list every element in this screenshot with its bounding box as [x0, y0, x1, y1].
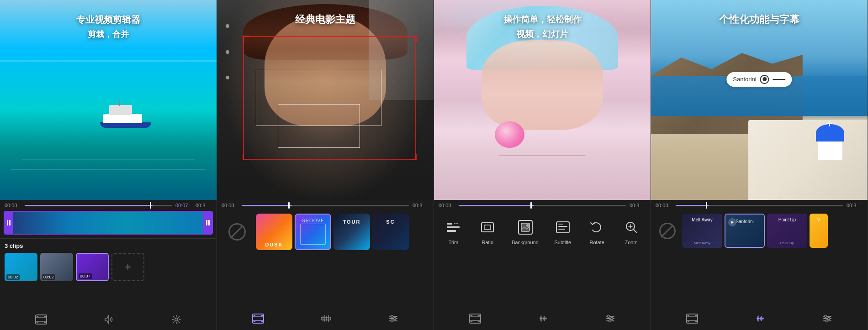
audio-icon-btn[interactable] [104, 314, 114, 326]
svg-rect-12 [253, 317, 264, 320]
panel1-image-area: 专业视频剪辑器 剪裁，合并 [0, 0, 217, 200]
panel2-timeline[interactable]: 00:00 00:8 [217, 200, 434, 211]
panel4-settings-icon [822, 314, 832, 324]
tool-trim[interactable]: Trim [443, 217, 463, 245]
panel1-timeline[interactable]: 00:00 00:07 00:8 [0, 200, 217, 211]
svg-point-60 [607, 315, 609, 318]
strip-right-handle-icon [206, 219, 210, 226]
clip-1[interactable]: 00:02 [5, 253, 37, 281]
svg-rect-66 [688, 315, 689, 316]
panel2-timeline-track[interactable] [242, 205, 409, 206]
clip-add-button[interactable]: + [111, 253, 144, 281]
panel3-audio-icon-btn[interactable] [538, 314, 548, 325]
panel1-progress [25, 205, 153, 206]
subtitle-icon [555, 219, 571, 236]
panel3-settings-icon-btn[interactable] [605, 314, 615, 325]
effect-santorini[interactable]: Santorini [725, 214, 765, 248]
panel1-title-line2: 剪裁，合并 [0, 29, 217, 40]
boat-cabin [109, 105, 132, 115]
panel3-image-area: 操作简单，轻松制作 视频，幻灯片 [434, 0, 651, 200]
panel3-film-icon-btn[interactable] [469, 314, 481, 325]
panel2-face [265, 16, 386, 126]
tool-zoom[interactable]: Zoom [621, 217, 641, 245]
panel3-time-start: 00:00 [439, 203, 455, 208]
strip-left-handle[interactable] [4, 211, 13, 234]
ratio-icon-box [477, 217, 498, 237]
clip-3[interactable]: 00:07 [76, 253, 109, 281]
santorini-label-pill: Santorini [726, 72, 792, 87]
panel3-timeline-track[interactable] [459, 205, 626, 206]
effect-partial[interactable]: V [810, 214, 828, 248]
panel3-timeline[interactable]: 00:00 00:8 [434, 200, 651, 211]
panel2-film-icon [252, 314, 264, 324]
panel1-video-strip[interactable] [4, 211, 213, 235]
strip-right-handle[interactable] [203, 211, 212, 234]
santorini-dot-inner [762, 77, 767, 81]
zoom-icon [623, 219, 640, 236]
film-icon-btn[interactable] [35, 314, 47, 326]
church-body [818, 139, 842, 160]
panel4-timeline-track[interactable] [676, 205, 843, 206]
effect-melt-away[interactable]: Melt Away Melt Away [682, 214, 722, 248]
panel3-tools-row: Trim Ratio [434, 211, 651, 249]
church-cross-h [826, 123, 832, 124]
panel1-bottom-icons [0, 311, 217, 330]
panel4-timeline[interactable]: 00:00 00:8 [651, 200, 868, 211]
clips-count-label: 3 clips [5, 242, 212, 249]
svg-rect-48 [478, 315, 480, 316]
subtitle-icon-box [553, 217, 573, 237]
effect3-label: Point Up [767, 217, 807, 222]
church-cross-v [829, 121, 830, 126]
panel3-settings-icon [605, 314, 615, 324]
panel2-controls: 00:00 00:8 DUSK GROOVE [217, 200, 434, 330]
theme-sc[interactable]: SC [372, 214, 409, 250]
svg-rect-30 [447, 230, 456, 232]
panel2-film-icon-btn[interactable] [252, 314, 264, 325]
panel3-controls: 00:00 00:8 Trim [434, 200, 651, 330]
panel3-bubblegum [495, 121, 524, 148]
svg-rect-49 [471, 321, 472, 322]
panel1-timeline-track[interactable] [25, 205, 172, 206]
clips-row: 00:02 00:02 00:07 + [5, 253, 212, 281]
theme-tour[interactable]: TOUR [333, 214, 370, 250]
svg-rect-16 [261, 321, 263, 322]
theme-dusk[interactable]: DUSK [256, 214, 292, 250]
tool-subtitle[interactable]: Subtitle [553, 217, 573, 245]
panel4-audio-icon-btn[interactable] [755, 314, 765, 325]
panel3-progress [459, 205, 534, 206]
panel4-image-area: Santorini 个性化功能与字幕 [651, 0, 868, 200]
no-effect-line [661, 225, 673, 237]
no-effect-button[interactable] [655, 214, 680, 248]
panel3-thumb[interactable] [530, 202, 532, 209]
tool-rotate[interactable]: Rotate [587, 217, 607, 245]
tool-background[interactable]: Background [512, 217, 539, 245]
effect1-label: Melt Away [682, 217, 722, 222]
panel2-settings-icon-btn[interactable] [388, 314, 398, 325]
effect-point-up[interactable]: Point Up Point Up [767, 214, 807, 248]
settings-icon-btn[interactable] [171, 314, 181, 326]
clip-2[interactable]: 00:02 [40, 253, 73, 281]
panel1-controls: 00:00 00:07 00:8 3 clips [0, 200, 217, 330]
panel4-settings-icon-btn[interactable] [822, 314, 832, 325]
panel2-audio-icon-btn[interactable] [321, 314, 331, 325]
subtitle-label: Subtitle [554, 240, 571, 245]
trim-icon-box [443, 217, 463, 237]
strip-left-handle-icon [6, 219, 11, 226]
svg-rect-47 [471, 315, 472, 316]
panel1-thumb[interactable] [150, 202, 151, 209]
panel4-film-icon-btn[interactable] [686, 314, 698, 325]
water-line-1 [11, 169, 206, 170]
panel4-thumb[interactable] [706, 202, 707, 209]
ratio-label: Ratio [482, 240, 493, 245]
svg-rect-14 [261, 315, 263, 316]
settings-icon [171, 314, 181, 325]
no-theme-button[interactable] [221, 214, 254, 250]
tool-ratio[interactable]: Ratio [477, 217, 498, 245]
panel2-title: 经典电影主题 [217, 13, 434, 26]
no-sign-line [230, 225, 243, 239]
panel3-bottom-icons [434, 309, 651, 330]
trim-icon [445, 219, 461, 236]
theme-groove[interactable]: GROOVE [295, 214, 331, 250]
boat [96, 103, 156, 128]
panel2-thumb[interactable] [288, 202, 290, 209]
